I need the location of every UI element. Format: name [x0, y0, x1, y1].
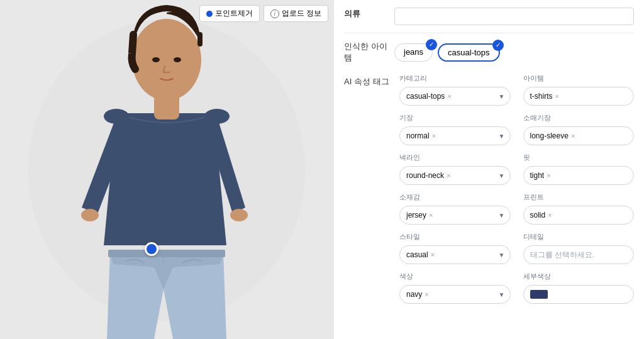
length-remove[interactable]: ×	[432, 133, 436, 140]
neckline-remove[interactable]: ×	[447, 172, 450, 179]
left-panel: 포인트제거 i 업로드 정보	[0, 0, 333, 339]
item-input[interactable]: t-shirts ×	[523, 87, 635, 106]
detail-input[interactable]: 태그를 선택하세요.	[523, 245, 635, 264]
style-chip: casual ×	[406, 250, 435, 259]
color-remove[interactable]: ×	[425, 291, 428, 298]
tag-jeans[interactable]: jeans ✓	[394, 43, 433, 62]
point-remove-button[interactable]: 포인트제거	[199, 5, 260, 22]
clothes-label: 의류	[344, 8, 394, 19]
recognized-label: 인식한 아이템	[344, 41, 394, 64]
material-value: jersey	[406, 211, 426, 220]
field-sleeve-label: 소매기장	[523, 113, 635, 123]
style-remove[interactable]: ×	[431, 252, 435, 258]
tag-casual-tops[interactable]: casual-tops ✓	[438, 43, 499, 62]
fit-chip: tight ×	[530, 171, 551, 180]
field-subcolor: 세부색상	[523, 272, 635, 304]
field-color-label: 색상	[399, 272, 511, 281]
style-value: casual	[406, 250, 428, 259]
ai-label: AI 속성 태그	[344, 74, 394, 87]
field-sleeve: 소매기장 long-sleeve ×	[523, 113, 635, 145]
neckline-chip: round-neck ×	[406, 171, 450, 180]
item-remove[interactable]: ×	[555, 93, 559, 100]
clothes-row: 의류	[344, 8, 634, 33]
field-style: 스타일 casual × ▼	[399, 232, 511, 264]
color-dropdown-arrow: ▼	[499, 291, 505, 298]
dot-icon	[206, 11, 213, 17]
color-swatch	[530, 290, 548, 299]
category-value: casual-tops	[406, 92, 445, 101]
sleeve-value: long-sleeve	[530, 131, 569, 140]
field-category: 카테고리 casual-tops × ▼	[399, 74, 511, 106]
field-detail: 디테일 태그를 선택하세요.	[523, 232, 635, 264]
field-category-label: 카테고리	[399, 74, 511, 83]
svg-rect-3	[108, 250, 225, 257]
field-detail-label: 디테일	[523, 232, 635, 242]
print-input[interactable]: solid ×	[523, 206, 635, 225]
color-value: navy	[406, 290, 422, 299]
point-dot[interactable]	[145, 242, 158, 256]
material-remove[interactable]: ×	[429, 212, 433, 219]
upload-info-label: 업로드 정보	[282, 8, 321, 19]
field-print-label: 프린트	[523, 192, 635, 202]
tag-jeans-label: jeans	[404, 47, 423, 57]
print-chip: solid ×	[530, 211, 552, 220]
category-remove[interactable]: ×	[447, 93, 451, 100]
length-dropdown-arrow: ▼	[499, 133, 505, 140]
style-dropdown-arrow: ▼	[499, 252, 505, 258]
field-material: 소재감 jersey × ▼	[399, 192, 511, 225]
tag-casual-tops-label: casual-tops	[448, 48, 489, 57]
upload-info-button[interactable]: i 업로드 정보	[264, 5, 328, 22]
category-chip: casual-tops ×	[406, 92, 452, 101]
svg-point-7	[132, 19, 201, 101]
sleeve-remove[interactable]: ×	[571, 133, 575, 140]
field-color: 색상 navy × ▼	[399, 272, 511, 304]
svg-point-5	[81, 209, 99, 221]
fit-input[interactable]: tight ×	[523, 166, 635, 185]
neckline-value: round-neck	[406, 171, 444, 180]
field-item: 아이템 t-shirts ×	[523, 74, 635, 106]
category-dropdown-arrow: ▼	[499, 93, 505, 100]
right-panel: 의류 인식한 아이템 jeans ✓ casual-tops ✓ AI 속성 태…	[333, 0, 644, 339]
neckline-input[interactable]: round-neck × ▼	[399, 166, 511, 185]
length-value: normal	[406, 131, 430, 140]
field-material-label: 소재감	[399, 192, 511, 202]
field-style-label: 스타일	[399, 232, 511, 242]
color-input[interactable]: navy × ▼	[399, 285, 511, 304]
point-remove-label: 포인트제거	[215, 8, 253, 19]
sleeve-chip: long-sleeve ×	[530, 131, 575, 140]
recognized-row: 인식한 아이템 jeans ✓ casual-tops ✓	[344, 41, 634, 64]
field-fit-label: 핏	[523, 153, 635, 162]
item-chip: t-shirts ×	[530, 92, 559, 101]
svg-point-6	[230, 209, 248, 221]
clothes-input[interactable]	[394, 8, 634, 25]
field-subcolor-label: 세부색상	[523, 272, 635, 281]
field-neckline-label: 넥라인	[399, 153, 511, 162]
ai-section-row: AI 속성 태그 카테고리 casual-tops × ▼ 아이템 t-	[344, 74, 634, 304]
style-input[interactable]: casual × ▼	[399, 245, 511, 264]
field-print: 프린트 solid ×	[523, 192, 635, 225]
fit-value: tight	[530, 171, 545, 180]
material-input[interactable]: jersey × ▼	[399, 206, 511, 225]
category-input[interactable]: casual-tops × ▼	[399, 87, 511, 106]
color-chip: navy ×	[406, 290, 429, 299]
length-input[interactable]: normal × ▼	[399, 126, 511, 145]
material-dropdown-arrow: ▼	[499, 212, 505, 219]
svg-point-8	[152, 57, 160, 62]
fit-remove[interactable]: ×	[547, 172, 550, 179]
ai-grid: 카테고리 casual-tops × ▼ 아이템 t-shirts ×	[399, 74, 634, 304]
field-item-label: 아이템	[523, 74, 635, 83]
info-icon: i	[270, 9, 279, 18]
sleeve-input[interactable]: long-sleeve ×	[523, 126, 635, 145]
recognized-tag-list: jeans ✓ casual-tops ✓	[394, 43, 500, 62]
length-chip: normal ×	[406, 131, 436, 140]
field-length-label: 기장	[399, 113, 511, 123]
jeans-check: ✓	[426, 39, 437, 50]
svg-point-11	[204, 109, 230, 124]
print-remove[interactable]: ×	[548, 212, 552, 219]
field-length: 기장 normal × ▼	[399, 113, 511, 145]
material-chip: jersey ×	[406, 211, 433, 220]
casual-tops-check: ✓	[492, 40, 504, 51]
svg-point-10	[104, 109, 129, 124]
subcolor-input[interactable]	[523, 285, 635, 304]
neckline-dropdown-arrow: ▼	[499, 172, 505, 179]
